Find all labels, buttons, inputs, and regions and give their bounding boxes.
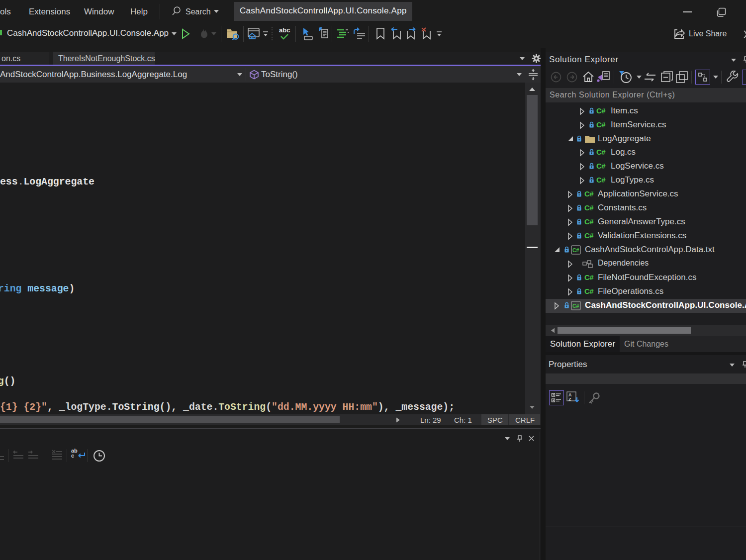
svg-text:Z: Z xyxy=(568,397,571,402)
svg-text:C#: C# xyxy=(572,247,579,253)
svg-text:C#: C# xyxy=(572,303,579,309)
